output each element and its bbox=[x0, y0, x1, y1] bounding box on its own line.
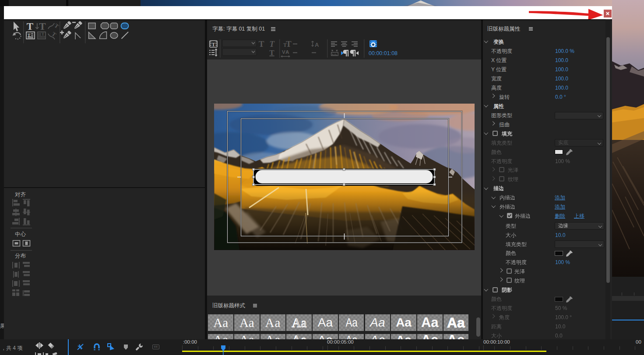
svg-text:T: T bbox=[269, 49, 274, 57]
svg-text:对齐: 对齐 bbox=[15, 191, 26, 198]
svg-text:T: T bbox=[269, 39, 275, 49]
svg-text:A: A bbox=[285, 49, 289, 55]
svg-text:T: T bbox=[211, 42, 215, 48]
svg-text:T: T bbox=[27, 21, 33, 32]
svg-text:T: T bbox=[259, 39, 264, 49]
svg-text:T: T bbox=[286, 39, 292, 49]
svg-text:T: T bbox=[42, 32, 44, 36]
svg-text:T: T bbox=[39, 21, 46, 32]
svg-text:A: A bbox=[315, 42, 319, 48]
svg-text:V: V bbox=[282, 49, 285, 55]
svg-text:分布: 分布 bbox=[15, 253, 26, 259]
svg-text:中心: 中心 bbox=[15, 231, 26, 237]
